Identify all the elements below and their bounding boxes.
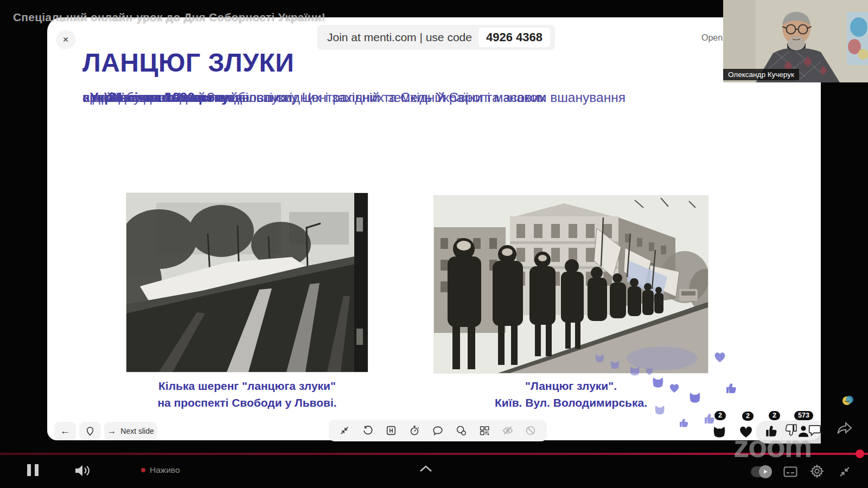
mentimeter-slide: × Join at menti.com | use code 4926 4368… — [47, 17, 821, 440]
chevron-up-button[interactable] — [419, 464, 433, 473]
qr-code-icon — [478, 425, 490, 436]
photo-kyiv-chain — [434, 196, 708, 373]
cat-reaction-button[interactable] — [712, 424, 726, 438]
webcam-panel: Олександр Кучерук — [723, 0, 868, 82]
volume-button[interactable] — [74, 463, 92, 478]
pause-button[interactable] — [27, 464, 39, 476]
zoom-watermark: zoom — [733, 431, 811, 462]
live-label: Наживо — [150, 465, 180, 475]
heart-count-badge: 2 — [742, 412, 754, 421]
timer-button[interactable] — [407, 423, 422, 438]
caption-kyiv-line2: Київ. Вул. Володимирська. — [434, 394, 708, 411]
close-button[interactable]: × — [56, 30, 75, 49]
participant-name-tag: Олександр Кучерук — [723, 69, 799, 80]
share-button[interactable] — [836, 421, 853, 437]
caption-lviv: Кілька шеренг "ланцюга злуки" на проспек… — [126, 377, 368, 411]
comments-button[interactable] — [431, 423, 445, 438]
next-slide-label: Next slide — [120, 427, 154, 435]
collapse-button[interactable] — [337, 423, 352, 438]
collapse-icon — [339, 425, 350, 436]
previous-slide-button[interactable]: ← — [54, 422, 76, 440]
hide-result-button[interactable] — [384, 423, 398, 438]
attendee-count-badge: 573 — [794, 411, 813, 420]
thumbs-up-count-badge: 2 — [769, 411, 780, 420]
autoplay-toggle[interactable] — [751, 466, 771, 477]
pause-bar — [35, 464, 39, 476]
restart-icon — [362, 425, 374, 436]
captions-button[interactable] — [783, 466, 797, 477]
menti-join-bar: Join at menti.com | use code 4926 4368 — [317, 25, 555, 50]
play-icon — [763, 469, 768, 474]
pause-bar — [27, 464, 31, 476]
menti-join-text: Join at menti.com | use code — [327, 31, 472, 44]
comment-icon — [432, 425, 444, 436]
exit-fullscreen-button[interactable] — [838, 465, 852, 478]
eye-slash-icon — [502, 425, 514, 436]
photo-lviv-chain — [126, 193, 368, 372]
settings-button[interactable] — [809, 464, 825, 479]
hide-result-icon — [385, 425, 397, 436]
caption-kyiv-line1: "Ланцюг злуки". — [434, 377, 708, 394]
floating-emoji — [841, 394, 854, 407]
reactions-button[interactable] — [454, 423, 468, 438]
caption-kyiv: "Ланцюг злуки". Київ. Вул. Володимирська… — [434, 377, 708, 411]
reactions-icon — [455, 425, 467, 436]
presentation-toolbar — [329, 420, 547, 441]
restart-button[interactable] — [361, 423, 375, 438]
back-arrow-icon: ← — [60, 425, 71, 437]
next-arrow-icon: → — [107, 426, 116, 436]
zoom-video-stage: Спеціальний онлайн-урок до Дня Соборност… — [0, 0, 868, 488]
pointer-button[interactable] — [79, 422, 101, 440]
pointer-pin-icon — [85, 426, 95, 436]
caption-lviv-line1: Кілька шеренг "ланцюга злуки" — [126, 377, 368, 394]
progress-scrubber[interactable] — [856, 450, 864, 458]
menti-code: 4926 4368 — [478, 28, 550, 47]
body-text-5: проголошення Акта Злуки. — [82, 86, 246, 109]
block-button[interactable] — [524, 423, 538, 438]
next-slide-button[interactable]: → Next slide — [104, 422, 157, 440]
qr-code-button[interactable] — [477, 423, 492, 438]
slide-title: ЛАНЦЮГ ЗЛУКИ — [82, 48, 294, 78]
block-icon — [525, 425, 537, 436]
video-title: Спеціальний онлайн-урок до Дня Соборност… — [13, 11, 326, 24]
live-dot-icon — [141, 468, 145, 472]
timer-icon — [409, 425, 420, 436]
caption-lviv-line2: на проспекті Свободи у Львові. — [126, 394, 368, 411]
hide-eye-button[interactable] — [501, 423, 515, 438]
live-indicator: Наживо — [141, 465, 180, 475]
toggle-knob — [759, 465, 772, 478]
cat-count-badge: 2 — [714, 411, 726, 420]
